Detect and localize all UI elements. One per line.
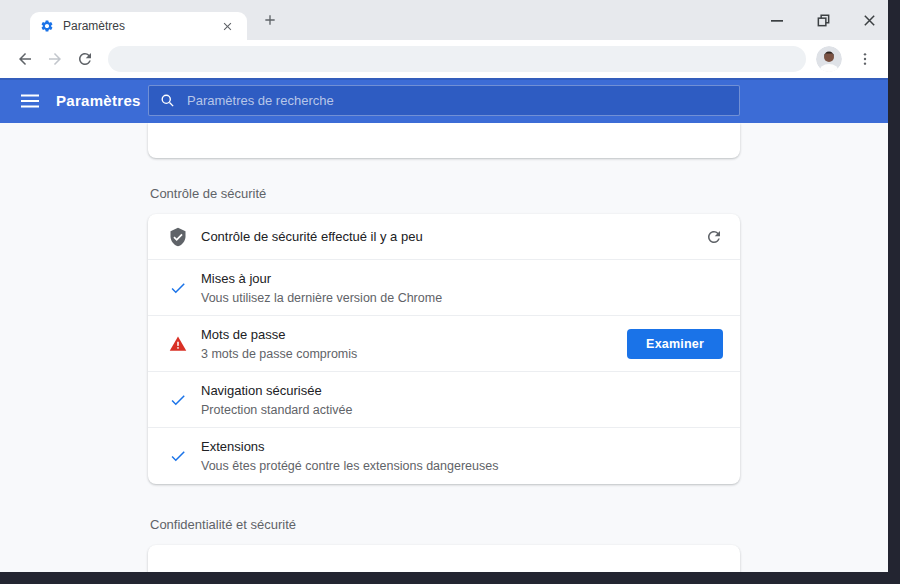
check-icon (168, 391, 188, 409)
status-row-title: Contrôle de sécurité effectué il y a peu (201, 229, 696, 244)
browser-toolbar (0, 40, 888, 78)
tab-strip: Paramètres (0, 0, 888, 40)
row-title: Navigation sécurisée (201, 383, 740, 398)
extensions-row[interactable]: Extensions Vous êtes protégé contre les … (148, 428, 740, 484)
reload-icon[interactable] (70, 44, 100, 74)
settings-header: Paramètres (0, 78, 888, 123)
security-check-card: Contrôle de sécurité effectué il y a peu… (148, 214, 740, 484)
row-subtitle: Vous êtes protégé contre les extensions … (201, 459, 740, 473)
check-icon (168, 279, 188, 297)
settings-content: Contrôle de sécurité Contrôle de sécurit… (0, 123, 888, 572)
privacy-card-partial (148, 545, 740, 572)
profile-avatar[interactable] (816, 46, 842, 72)
section-heading-privacy: Confidentialité et sécurité (150, 517, 740, 532)
page-title: Paramètres (56, 92, 141, 109)
previous-section-card-partial (148, 123, 740, 158)
tab-parametres[interactable]: Paramètres (30, 12, 247, 40)
row-title: Extensions (201, 439, 740, 454)
browser-menu-kebab-icon[interactable] (852, 46, 878, 72)
shield-check-icon (168, 227, 188, 247)
row-title: Mises à jour (201, 271, 740, 286)
search-icon (160, 93, 175, 108)
minimize-button-icon[interactable] (768, 11, 786, 29)
desktop-backdrop: { "colors": { "accent_blue": "#1a73e8", … (0, 0, 900, 584)
settings-gear-favicon-icon (40, 19, 54, 33)
window-controls (768, 8, 878, 32)
safe-browsing-row[interactable]: Navigation sécurisée Protection standard… (148, 372, 740, 428)
address-bar-input[interactable] (108, 46, 806, 72)
row-title: Mots de passe (201, 327, 627, 342)
back-arrow-icon[interactable] (10, 44, 40, 74)
row-subtitle: Protection standard activée (201, 403, 740, 417)
tab-title: Paramètres (63, 19, 217, 33)
close-window-button-icon[interactable] (860, 11, 878, 29)
passwords-row[interactable]: Mots de passe 3 mots de passe compromis … (148, 316, 740, 372)
refresh-icon[interactable] (696, 219, 732, 255)
tab-close-icon[interactable] (217, 16, 237, 36)
security-check-status-row: Contrôle de sécurité effectué il y a peu (148, 214, 740, 260)
restore-button-icon[interactable] (814, 11, 832, 29)
hamburger-menu-icon[interactable] (18, 89, 42, 113)
check-icon (168, 447, 188, 465)
settings-search-box[interactable] (148, 85, 740, 116)
new-tab-button[interactable] (260, 10, 280, 30)
updates-row[interactable]: Mises à jour Vous utilisez la dernière v… (148, 260, 740, 316)
forward-arrow-icon[interactable] (40, 44, 70, 74)
warning-icon (168, 335, 188, 353)
settings-search-input[interactable] (187, 93, 728, 108)
section-heading-security-check: Contrôle de sécurité (150, 186, 740, 201)
examiner-button[interactable]: Examiner (627, 329, 723, 359)
row-subtitle: 3 mots de passe compromis (201, 347, 627, 361)
row-subtitle: Vous utilisez la dernière version de Chr… (201, 291, 740, 305)
browser-window: Paramètres (0, 0, 888, 572)
